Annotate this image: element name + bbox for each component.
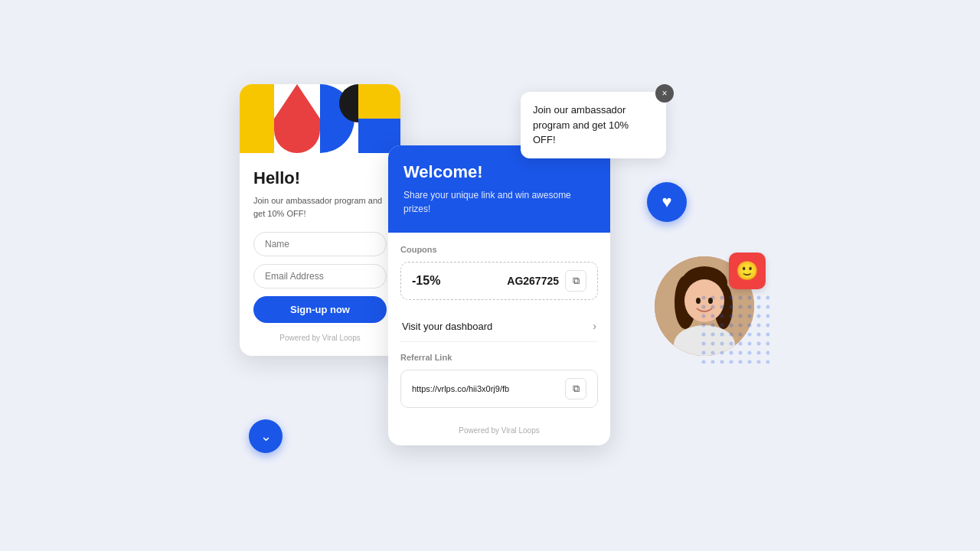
card-left-desc: Join our ambassador program and get 10% …: [253, 194, 387, 220]
chevron-right-icon: ›: [593, 320, 596, 332]
card-right-title: Welcome!: [403, 162, 595, 182]
email-input[interactable]: [253, 264, 387, 289]
card-right-body: Coupons -15% AG267725 ⧉ Visit your dashb…: [388, 233, 610, 445]
card-left-header: [240, 84, 400, 153]
coupon-code: AG267725: [507, 275, 559, 287]
smiley-badge: 🙂: [729, 253, 766, 289]
header-shapes: [240, 84, 400, 153]
card-left-body: Hello! Join our ambassador program and g…: [240, 153, 400, 356]
copy-icon: ⧉: [573, 275, 580, 287]
referral-box: https://vrlps.co/hii3x0rj9/fb ⧉: [400, 370, 598, 408]
shape-red-triangle: [274, 84, 320, 119]
signup-button[interactable]: Sign-up now: [253, 296, 387, 323]
card-right-header: Welcome! Share your unique link and win …: [388, 145, 610, 233]
coupon-box: -15% AG267725 ⧉: [400, 262, 598, 300]
card-left-title: Hello!: [253, 168, 387, 188]
coupon-code-row: AG267725 ⧉: [507, 270, 586, 292]
referral-label: Referral Link: [400, 353, 598, 362]
referral-section: Referral Link https://vrlps.co/hii3x0rj9…: [400, 342, 598, 408]
copy-coupon-button[interactable]: ⧉: [565, 270, 586, 292]
tooltip-text: Join our ambassador program and get 10% …: [533, 104, 629, 145]
copy-referral-button[interactable]: ⧉: [565, 378, 586, 399]
heart-icon: ♥: [662, 192, 671, 212]
shape-red-semicircle: [274, 119, 320, 153]
heart-button[interactable]: ♥: [647, 182, 687, 222]
svg-rect-10: [701, 295, 769, 364]
chevron-down-icon: ⌄: [260, 428, 272, 445]
referral-url: https://vrlps.co/hii3x0rj9/fb: [412, 384, 509, 393]
powered-right: Powered by Viral Loops: [400, 419, 598, 445]
card-right-desc: Share your unique link and win awesome p…: [403, 188, 595, 216]
shape-yellow-left: [240, 84, 274, 153]
name-input[interactable]: [253, 232, 387, 256]
tooltip-close-button[interactable]: ×: [655, 84, 674, 103]
welcome-card: Welcome! Share your unique link and win …: [388, 145, 610, 445]
hello-card: Hello! Join our ambassador program and g…: [240, 84, 400, 356]
avatar-area: 🙂: [655, 256, 754, 359]
coupon-discount: -15%: [412, 274, 440, 288]
dashboard-label: Visit your dashboard: [402, 321, 492, 332]
copy-referral-icon: ⧉: [573, 383, 580, 395]
dots-pattern: [701, 295, 769, 364]
powered-left: Powered by Viral Loops: [253, 334, 387, 342]
tooltip-bubble: × Join our ambassador program and get 10…: [521, 92, 666, 158]
scroll-down-button[interactable]: ⌄: [249, 419, 283, 453]
dashboard-row[interactable]: Visit your dashboard ›: [400, 311, 598, 342]
coupons-label: Coupons: [400, 245, 598, 254]
smiley-icon: 🙂: [736, 260, 759, 282]
